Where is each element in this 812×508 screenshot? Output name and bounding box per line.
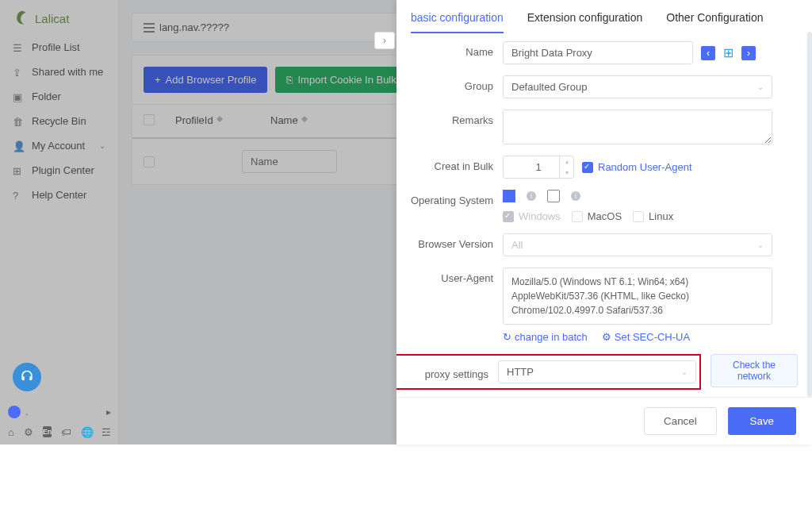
save-button[interactable]: Save	[728, 407, 796, 435]
os-macos-checkbox[interactable]: MacOS	[572, 210, 622, 222]
remarks-textarea[interactable]	[503, 110, 772, 144]
basic-config-form: Name ‹ ⊞ › Group Defaulted Group⌄ Remark…	[396, 33, 812, 397]
refresh-icon: ↻	[503, 331, 511, 343]
bulk-value: 1	[535, 161, 541, 173]
chevron-down-icon: ⌄	[757, 241, 764, 249]
avatar	[8, 406, 21, 418]
label-browser-version: Browser Version	[396, 233, 503, 250]
label-proxy: proxy settings	[396, 364, 498, 380]
os-label: Linux	[649, 210, 673, 222]
user-row[interactable]: .▸	[8, 406, 111, 418]
chevron-down-icon: ⌄	[757, 83, 764, 91]
drawer-tabs: basic configuration Extension configurat…	[396, 0, 812, 33]
checkbox-icon	[582, 162, 593, 173]
os-label: MacOS	[588, 210, 622, 222]
desktop-icon[interactable]	[503, 190, 515, 202]
tab-other[interactable]: Other Configuration	[666, 11, 763, 33]
windows-icon[interactable]: ⊞	[723, 45, 733, 60]
info-icon[interactable]: i	[571, 191, 580, 201]
config-drawer: › basic configuration Extension configur…	[396, 0, 812, 444]
step-down-icon[interactable]: ▾	[560, 167, 573, 179]
mobile-icon[interactable]	[547, 190, 560, 202]
chevron-down-icon: ⌄	[681, 368, 688, 376]
prev-icon[interactable]: ‹	[701, 46, 715, 60]
tag-icon[interactable]: 🏷	[61, 426, 71, 437]
os-windows-checkbox[interactable]: Windows	[503, 210, 561, 222]
label-os: Operating System	[396, 190, 503, 206]
bv-value: All	[511, 239, 523, 251]
tab-extension[interactable]: Extension configuration	[527, 11, 643, 33]
link-label: Set SEC-CH-UA	[615, 331, 690, 343]
user-label: .	[25, 406, 28, 418]
random-ua-label: Random User-Agent	[598, 161, 692, 173]
info-icon[interactable]: i	[527, 191, 536, 201]
group-select[interactable]: Defaulted Group⌄	[503, 75, 772, 98]
support-button[interactable]	[13, 363, 41, 391]
label-bulk: Creat in Bulk	[396, 156, 503, 172]
bulk-number-input[interactable]: 1▴▾	[503, 156, 574, 179]
proxy-highlight: proxy settings HTTP⌄	[396, 354, 701, 390]
globe-icon[interactable]: 🌐	[81, 426, 92, 437]
chevron-right-icon: ▸	[106, 406, 111, 418]
os-label: Windows	[519, 210, 561, 222]
drawer-footer: Cancel Save	[396, 397, 812, 444]
step-up-icon[interactable]: ▴	[560, 156, 573, 167]
checkbox-icon	[503, 211, 514, 222]
checkbox-icon	[633, 211, 644, 222]
proxy-select[interactable]: HTTP⌄	[498, 360, 696, 383]
gear-icon[interactable]: ⚙	[24, 426, 33, 437]
label-name: Name	[396, 41, 503, 58]
menu-icon[interactable]: ☲	[102, 426, 111, 437]
set-sec-link[interactable]: ⚙Set SEC-CH-UA	[602, 331, 690, 343]
home-icon[interactable]: ⌂	[8, 426, 14, 437]
change-batch-link[interactable]: ↻change in batch	[503, 331, 588, 343]
browser-version-select[interactable]: All⌄	[503, 233, 772, 256]
tab-basic[interactable]: basic configuration	[411, 11, 504, 33]
os-linux-checkbox[interactable]: Linux	[633, 210, 673, 222]
group-value: Defaulted Group	[511, 81, 587, 93]
gear-icon: ⚙	[602, 331, 611, 343]
user-agent-input[interactable]: Mozilla/5.0 (Windows NT 6.1; Win64; x64)…	[503, 267, 772, 325]
bottom-bar: .▸ ⌂ ⚙ En 🏷 🌐 ☲	[0, 358, 119, 442]
checkbox-icon	[572, 211, 583, 222]
name-input[interactable]	[503, 41, 693, 64]
next-icon[interactable]: ›	[741, 46, 756, 60]
cancel-button[interactable]: Cancel	[644, 407, 717, 435]
label-remarks: Remarks	[396, 110, 503, 126]
lang-icon[interactable]: En	[43, 426, 52, 437]
footer-icons: ⌂ ⚙ En 🏷 🌐 ☲	[8, 426, 111, 437]
link-label: change in batch	[515, 331, 588, 343]
drawer-collapse-button[interactable]: ›	[374, 32, 395, 49]
label-user-agent: User-Agent	[396, 267, 503, 284]
random-ua-checkbox[interactable]: Random User-Agent	[582, 161, 692, 173]
check-network-button[interactable]: Check the network	[710, 354, 798, 387]
scrollbar[interactable]	[807, 33, 812, 397]
label-group: Group	[396, 75, 503, 92]
proxy-value: HTTP	[507, 366, 534, 378]
headset-icon	[19, 369, 35, 385]
